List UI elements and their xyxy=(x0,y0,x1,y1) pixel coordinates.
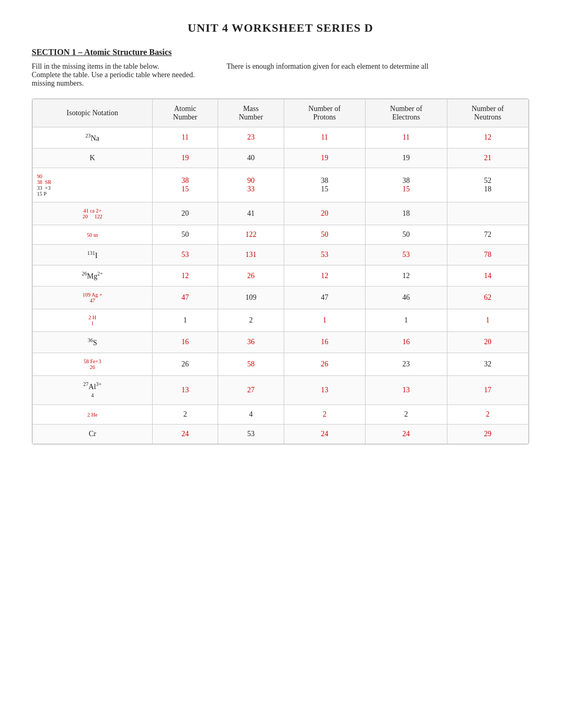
table-row: K1940191921 xyxy=(33,148,529,168)
cell-electrons: 16 xyxy=(366,331,447,353)
cell-mass-number: 58 xyxy=(218,353,284,375)
col-header-mass: MassNumber xyxy=(218,99,284,127)
cell-protons: 16 xyxy=(284,331,365,353)
cell-notation: 23Na xyxy=(33,127,153,149)
cell-protons: 20 xyxy=(284,202,365,225)
cell-notation: 109 Ag +47 xyxy=(33,286,153,309)
table-row: 41 ca 2+20 12220412018 xyxy=(33,202,529,225)
table-row: 2 He24222 xyxy=(33,405,529,425)
cell-electrons: 24 xyxy=(366,425,447,444)
cell-protons: 24 xyxy=(284,425,365,444)
col-header-notation: Isotopic Notation xyxy=(33,99,153,127)
cell-neutrons: 1 xyxy=(447,309,528,331)
cell-atomic-number: 19 xyxy=(152,148,218,168)
cell-electrons: 53 xyxy=(366,244,447,265)
page-title: UNIT 4 WORKSHEET SERIES D xyxy=(32,21,529,35)
table-row: Cr2453242429 xyxy=(33,425,529,444)
cell-atomic-number: 16 xyxy=(152,331,218,353)
cell-protons: 47 xyxy=(284,286,365,309)
cell-neutrons: 14 xyxy=(447,265,528,287)
cell-atomic-number: 47 xyxy=(152,286,218,309)
table-row: 9038 SR33 +315 P38159033381538155218 xyxy=(33,168,529,202)
cell-mass-number: 2 xyxy=(218,309,284,331)
cell-neutrons: 2 xyxy=(447,405,528,425)
data-table: Isotopic Notation AtomicNumber MassNumbe… xyxy=(32,98,529,445)
cell-electrons: 18 xyxy=(366,202,447,225)
cell-notation: 131I xyxy=(33,244,153,265)
table-row: 23Na1123111112 xyxy=(33,127,529,149)
instruction-line3: missing numbers. xyxy=(32,79,195,88)
cell-electrons: 46 xyxy=(366,286,447,309)
table-row: 26Mg2+1226121214 xyxy=(33,265,529,287)
cell-electrons: 23 xyxy=(366,353,447,375)
cell-atomic-number: 50 xyxy=(152,225,218,244)
cell-neutrons: 32 xyxy=(447,353,528,375)
cell-protons: 3815 xyxy=(284,168,365,202)
cell-mass-number: 131 xyxy=(218,244,284,265)
cell-atomic-number: 24 xyxy=(152,425,218,444)
cell-notation: Cr xyxy=(33,425,153,444)
cell-protons: 13 xyxy=(284,375,365,405)
cell-notation: 50 sn xyxy=(33,225,153,244)
cell-neutrons: 17 xyxy=(447,375,528,405)
cell-electrons: 3815 xyxy=(366,168,447,202)
table-row: 50 sn50122505072 xyxy=(33,225,529,244)
cell-electrons: 12 xyxy=(366,265,447,287)
cell-mass-number: 4 xyxy=(218,405,284,425)
cell-atomic-number: 3815 xyxy=(152,168,218,202)
cell-mass-number: 40 xyxy=(218,148,284,168)
cell-notation: 2 H1 xyxy=(33,309,153,331)
cell-notation: 2 He xyxy=(33,405,153,425)
cell-notation: 9038 SR33 +315 P xyxy=(33,168,153,202)
cell-notation: 36S xyxy=(33,331,153,353)
cell-atomic-number: 1 xyxy=(152,309,218,331)
cell-notation: 58 Fe+326 xyxy=(33,353,153,375)
cell-protons: 2 xyxy=(284,405,365,425)
cell-mass-number: 27 xyxy=(218,375,284,405)
cell-mass-number: 23 xyxy=(218,127,284,149)
cell-electrons: 11 xyxy=(366,127,447,149)
cell-protons: 50 xyxy=(284,225,365,244)
cell-neutrons xyxy=(447,202,528,225)
cell-electrons: 19 xyxy=(366,148,447,168)
cell-atomic-number: 26 xyxy=(152,353,218,375)
cell-neutrons: 5218 xyxy=(447,168,528,202)
cell-electrons: 1 xyxy=(366,309,447,331)
table-row: 2 H112111 xyxy=(33,309,529,331)
cell-mass-number: 9033 xyxy=(218,168,284,202)
cell-neutrons: 21 xyxy=(447,148,528,168)
col-header-electrons: Number ofElectrons xyxy=(366,99,447,127)
cell-neutrons: 72 xyxy=(447,225,528,244)
cell-neutrons: 29 xyxy=(447,425,528,444)
cell-neutrons: 12 xyxy=(447,127,528,149)
section-title: SECTION 1 – Atomic Structure Basics xyxy=(32,48,529,57)
table-row: 131I53131535378 xyxy=(33,244,529,265)
cell-mass-number: 41 xyxy=(218,202,284,225)
table-row: 109 Ag +4747109474662 xyxy=(33,286,529,309)
instruction-line1: Fill in the missing items in the table b… xyxy=(32,62,195,71)
cell-protons: 1 xyxy=(284,309,365,331)
col-header-neutrons: Number ofNeutrons xyxy=(447,99,528,127)
col-header-protons: Number ofProtons xyxy=(284,99,365,127)
cell-mass-number: 36 xyxy=(218,331,284,353)
cell-atomic-number: 53 xyxy=(152,244,218,265)
cell-notation: 41 ca 2+20 122 xyxy=(33,202,153,225)
cell-atomic-number: 13 xyxy=(152,375,218,405)
table-row: 36S1636161620 xyxy=(33,331,529,353)
cell-atomic-number: 20 xyxy=(152,202,218,225)
cell-neutrons: 62 xyxy=(447,286,528,309)
cell-atomic-number: 2 xyxy=(152,405,218,425)
cell-mass-number: 26 xyxy=(218,265,284,287)
cell-neutrons: 20 xyxy=(447,331,528,353)
cell-electrons: 50 xyxy=(366,225,447,244)
cell-protons: 53 xyxy=(284,244,365,265)
col-header-atomic: AtomicNumber xyxy=(152,99,218,127)
cell-atomic-number: 11 xyxy=(152,127,218,149)
cell-protons: 26 xyxy=(284,353,365,375)
cell-electrons: 13 xyxy=(366,375,447,405)
instruction-line2: Complete the table. Use a periodic table… xyxy=(32,71,195,79)
cell-electrons: 2 xyxy=(366,405,447,425)
table-row: 27Al3+41327131317 xyxy=(33,375,529,405)
cell-notation: 27Al3+4 xyxy=(33,375,153,405)
cell-protons: 11 xyxy=(284,127,365,149)
